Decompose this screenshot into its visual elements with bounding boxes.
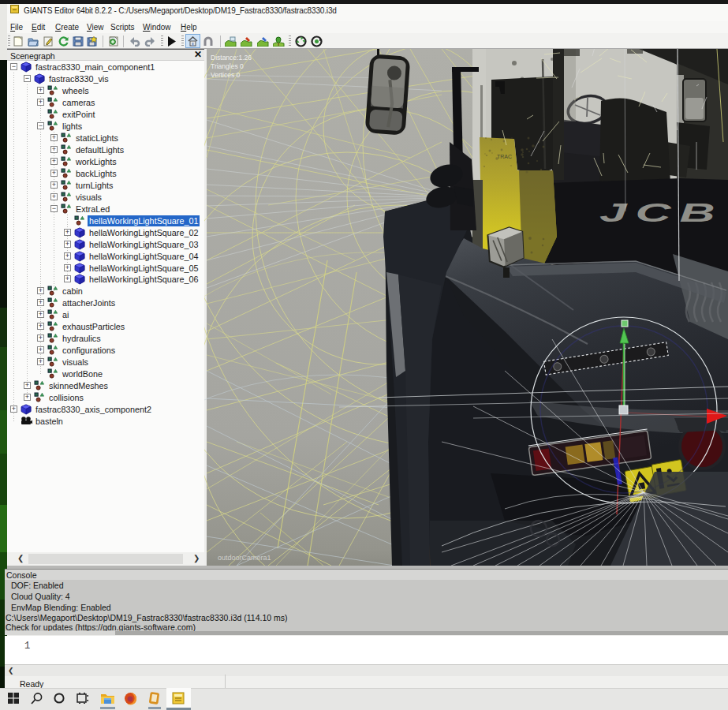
svg-text:outdoorCamera1: outdoorCamera1 (218, 554, 271, 562)
svg-text:Triangles 0: Triangles 0 (211, 62, 244, 70)
svg-text:TRAC: TRAC (497, 154, 512, 159)
svg-text:Vertices 0: Vertices 0 (211, 71, 241, 79)
svg-text:Distance:1.26: Distance:1.26 (211, 54, 252, 62)
svg-text:JCB: JCB (599, 198, 724, 228)
